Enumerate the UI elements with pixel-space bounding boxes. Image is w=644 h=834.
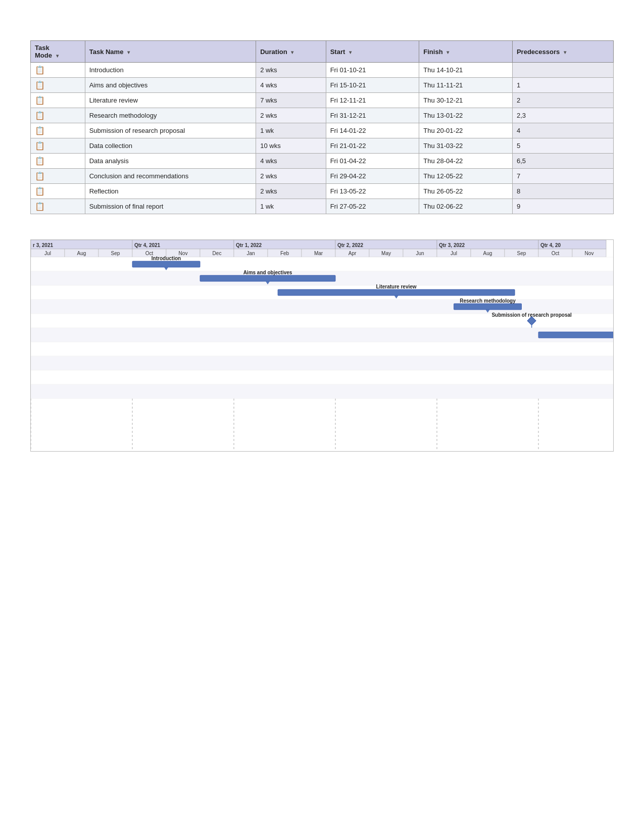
duration-cell: 4 wks (256, 78, 326, 93)
col-header-duration-label: Duration (260, 48, 287, 56)
start-dropdown-arrow[interactable]: ▾ (349, 50, 352, 55)
task-table-section: TaskMode ▾ Task Name ▾ Duration ▾ Start … (30, 40, 614, 214)
svg-text:r 3, 2021: r 3, 2021 (33, 242, 53, 248)
svg-text:Qtr 2, 2022: Qtr 2, 2022 (337, 242, 364, 248)
table-row: 📋Submission of research proposal1 wkFri … (31, 123, 614, 138)
table-row: 📋Aims and objectives4 wksFri 15-10-21Thu… (31, 78, 614, 93)
finish-cell: Thu 12-05-22 (419, 169, 513, 184)
table-row: 📋Data analysis4 wksFri 01-04-22Thu 28-04… (31, 154, 614, 169)
finish-cell: Thu 14-10-21 (419, 63, 513, 78)
table-row: 📋Introduction2 wksFri 01-10-21Thu 14-10-… (31, 63, 614, 78)
predecessors-dropdown-arrow[interactable]: ▾ (564, 50, 566, 55)
task-mode-cell: 📋 (31, 199, 85, 214)
finish-cell: Thu 30-12-21 (419, 93, 513, 108)
svg-rect-84 (31, 370, 614, 384)
start-cell: Fri 12-11-21 (326, 93, 419, 108)
start-cell: Fri 01-10-21 (326, 63, 419, 78)
duration-cell: 1 wk (256, 199, 326, 214)
svg-text:Research methodology: Research methodology (460, 298, 516, 304)
finish-cell: Thu 28-04-22 (419, 154, 513, 169)
svg-text:Aug: Aug (483, 251, 492, 256)
svg-text:Qtr 4, 2021: Qtr 4, 2021 (134, 242, 161, 248)
task-mode-icon: 📋 (35, 202, 45, 211)
task-mode-cell: 📋 (31, 184, 85, 199)
task-mode-cell: 📋 (31, 93, 85, 108)
table-row: 📋Reflection2 wksFri 13-05-22Thu 26-05-22… (31, 184, 614, 199)
table-row: 📋Research methodology2 wksFri 31-12-21Th… (31, 108, 614, 123)
task-mode-icon: 📋 (35, 96, 45, 105)
svg-text:May: May (381, 251, 391, 256)
task-mode-icon: 📋 (35, 157, 45, 165)
svg-text:Qtr 3, 2022: Qtr 3, 2022 (439, 242, 465, 248)
duration-cell: 2 wks (256, 108, 326, 123)
task-name-cell: Literature review (85, 93, 256, 108)
duration-cell: 10 wks (256, 138, 326, 154)
start-cell: Fri 27-05-22 (326, 199, 419, 214)
col-header-finish[interactable]: Finish ▾ (419, 41, 513, 63)
gantt-table: TaskMode ▾ Task Name ▾ Duration ▾ Start … (30, 40, 614, 214)
svg-rect-65 (454, 304, 522, 310)
task-name-cell: Submission of final report (85, 199, 256, 214)
task-mode-icon: 📋 (35, 81, 45, 89)
task-mode-cell: 📋 (31, 108, 85, 123)
task-mode-icon: 📋 (35, 141, 45, 150)
duration-cell: 2 wks (256, 63, 326, 78)
predecessors-cell: 7 (512, 169, 613, 184)
predecessors-cell: 1 (512, 78, 613, 93)
table-row: 📋Conclusion and recommendations2 wksFri … (31, 169, 614, 184)
svg-text:Oct: Oct (552, 251, 560, 256)
predecessors-cell: 4 (512, 123, 613, 138)
duration-cell: 2 wks (256, 184, 326, 199)
task-name-cell: Research methodology (85, 108, 256, 123)
svg-rect-76 (31, 342, 614, 356)
col-header-duration[interactable]: Duration ▾ (256, 41, 326, 63)
svg-text:Mar: Mar (314, 251, 323, 256)
svg-rect-64 (31, 300, 614, 314)
svg-text:Qtr 1, 2022: Qtr 1, 2022 (236, 242, 262, 248)
col-header-task-mode[interactable]: TaskMode ▾ (31, 41, 85, 63)
svg-text:Dec: Dec (213, 251, 222, 256)
task-mode-icon: 📋 (35, 111, 45, 120)
start-cell: Fri 14-01-22 (326, 123, 419, 138)
start-cell: Fri 31-12-21 (326, 108, 419, 123)
finish-cell: Thu 11-11-21 (419, 78, 513, 93)
svg-text:Feb: Feb (280, 251, 289, 256)
task-name-cell: Data analysis (85, 154, 256, 169)
task-name-cell: Reflection (85, 184, 256, 199)
task-name-cell: Introduction (85, 63, 256, 78)
task-mode-dropdown-arrow[interactable]: ▾ (56, 53, 59, 59)
col-header-start-label: Start (330, 48, 345, 56)
svg-rect-73 (538, 332, 614, 338)
task-mode-icon: 📋 (35, 66, 45, 74)
svg-rect-57 (200, 275, 335, 281)
svg-text:Jun: Jun (416, 251, 424, 256)
col-header-task-mode-label: TaskMode (35, 44, 52, 59)
svg-text:Qtr 4, 20: Qtr 4, 20 (540, 242, 561, 248)
predecessors-cell: 9 (512, 199, 613, 214)
start-cell: Fri 13-05-22 (326, 184, 419, 199)
predecessors-cell: 5 (512, 138, 613, 154)
task-mode-icon: 📋 (35, 187, 45, 195)
svg-text:Sep: Sep (517, 251, 526, 256)
col-header-predecessors[interactable]: Predecessors ▾ (512, 41, 613, 63)
svg-text:Jul: Jul (451, 251, 457, 256)
finish-dropdown-arrow[interactable]: ▾ (447, 50, 449, 55)
gantt-chart-section: r 3, 2021JulAugSepQtr 4, 2021OctNovDecQt… (30, 239, 614, 452)
table-row: 📋Data collection10 wksFri 21-01-22Thu 31… (31, 138, 614, 154)
duration-dropdown-arrow[interactable]: ▾ (291, 50, 293, 55)
col-header-task-name[interactable]: Task Name ▾ (85, 41, 256, 63)
svg-text:Literature review: Literature review (376, 284, 417, 289)
start-cell: Fri 01-04-22 (326, 154, 419, 169)
task-mode-cell: 📋 (31, 169, 85, 184)
task-name-cell: Data collection (85, 138, 256, 154)
finish-cell: Thu 02-06-22 (419, 199, 513, 214)
col-header-start[interactable]: Start ▾ (326, 41, 419, 63)
svg-text:Jan: Jan (246, 251, 255, 256)
task-name-dropdown-arrow[interactable]: ▾ (127, 50, 130, 55)
svg-rect-53 (132, 261, 200, 267)
task-mode-cell: 📋 (31, 138, 85, 154)
svg-text:Introduction: Introduction (152, 256, 181, 261)
svg-text:Sep: Sep (111, 251, 120, 256)
predecessors-cell: 2,3 (512, 108, 613, 123)
svg-text:Jul: Jul (44, 251, 51, 256)
